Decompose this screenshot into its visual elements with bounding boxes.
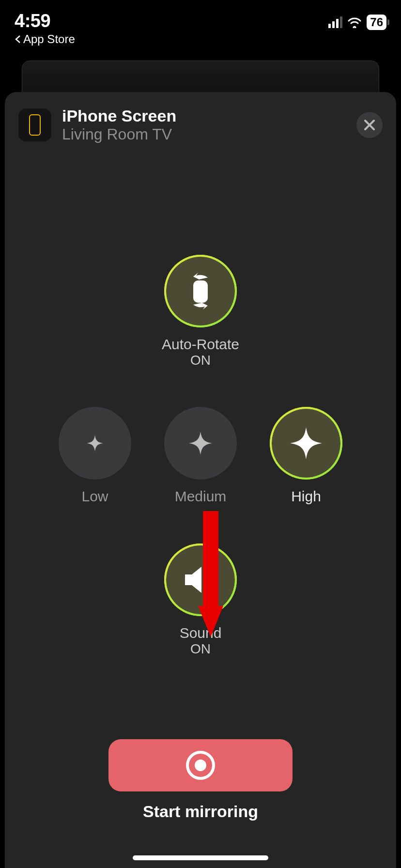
auto-rotate-button[interactable] [164, 255, 237, 327]
quality-low-label: Low [81, 488, 108, 505]
svg-point-2 [195, 760, 206, 771]
sound-label: Sound [180, 625, 222, 641]
mirroring-sheet: iPhone Screen Living Room TV Auto-Rotate… [5, 92, 396, 868]
rotate-icon [182, 270, 219, 312]
sparkle-icon [288, 425, 325, 462]
status-right: 76 [328, 11, 386, 30]
status-bar: 4:59 App Store 76 [0, 0, 401, 52]
iphone-icon [29, 114, 41, 136]
battery-level: 76 [370, 16, 383, 29]
sparkle-icon [86, 434, 105, 453]
auto-rotate-labels: Auto-Rotate ON [162, 336, 239, 368]
quality-medium-control: Medium [164, 407, 237, 505]
device-icon-chip [18, 108, 51, 141]
cellular-signal-icon [328, 16, 342, 28]
controls-container: Auto-Rotate ON Low Medium [18, 255, 383, 821]
sheet-subtitle: Living Room TV [62, 125, 346, 143]
start-mirroring-button[interactable] [108, 739, 293, 791]
sheet-header: iPhone Screen Living Room TV [18, 107, 383, 143]
sound-labels: Sound ON [180, 625, 222, 657]
quality-medium-button[interactable] [164, 407, 237, 480]
auto-rotate-state: ON [162, 353, 239, 368]
back-to-app[interactable]: App Store [15, 32, 75, 46]
home-indicator[interactable] [133, 855, 268, 860]
sheet-titles: iPhone Screen Living Room TV [62, 107, 346, 143]
svg-rect-0 [193, 280, 208, 303]
start-block: Start mirroring [108, 720, 293, 821]
quality-low-button[interactable] [59, 407, 131, 480]
chevron-left-icon [15, 35, 21, 44]
quality-high-button[interactable] [270, 407, 342, 480]
status-time: 4:59 [15, 11, 50, 31]
sparkle-icon [187, 430, 214, 457]
quality-row: Low Medium High [59, 407, 342, 505]
battery-indicator: 76 [367, 15, 386, 30]
start-mirroring-label: Start mirroring [143, 802, 258, 821]
sound-button[interactable] [164, 543, 237, 616]
back-app-label: App Store [23, 32, 75, 46]
record-icon [185, 750, 216, 780]
sheet-title: iPhone Screen [62, 107, 346, 125]
speaker-icon [181, 564, 220, 596]
quality-high-label: High [291, 488, 321, 505]
close-icon [363, 119, 376, 131]
quality-high-control: High [270, 407, 342, 505]
wifi-icon [347, 16, 362, 28]
close-button[interactable] [356, 112, 383, 138]
auto-rotate-control: Auto-Rotate ON [162, 255, 239, 368]
sound-control: Sound ON [164, 543, 237, 657]
auto-rotate-label: Auto-Rotate [162, 336, 239, 353]
quality-medium-label: Medium [175, 488, 227, 505]
status-left: 4:59 App Store [15, 11, 75, 46]
quality-low-control: Low [59, 407, 131, 505]
sound-state: ON [180, 641, 222, 657]
